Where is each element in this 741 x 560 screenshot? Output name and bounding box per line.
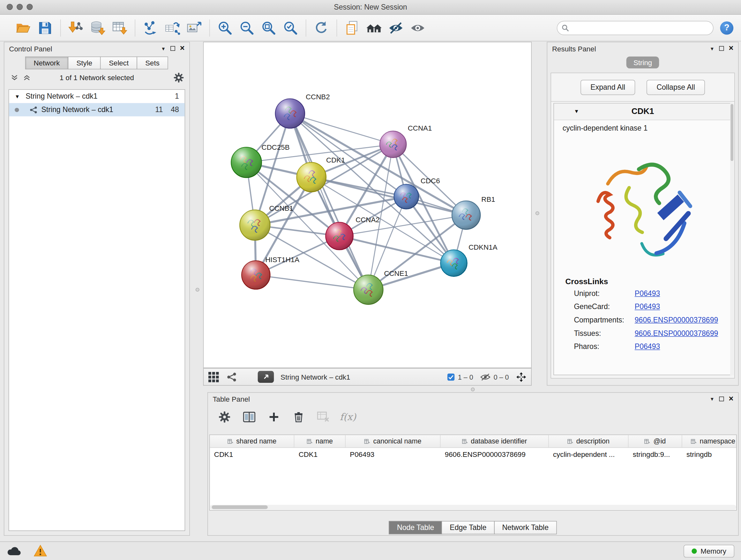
network-row[interactable]: String Network – cdk1 11 48: [9, 103, 185, 117]
zoom-selected-button[interactable]: [280, 17, 301, 38]
save-session-button[interactable]: [34, 17, 56, 38]
import-network-file-button[interactable]: [65, 17, 87, 38]
maximize-panel-icon[interactable]: [719, 396, 724, 401]
expand-all-button[interactable]: Expand All: [581, 80, 635, 95]
tab-node-table[interactable]: Node Table: [389, 521, 442, 535]
horizontal-splitter-handle[interactable]: [471, 388, 475, 391]
column-type-icon: [567, 438, 573, 444]
float-panel-icon[interactable]: ▼: [710, 396, 715, 401]
network-from-table-button[interactable]: [161, 17, 183, 38]
crosslink-link[interactable]: 9606.ENSP00000378699: [635, 329, 718, 338]
close-panel-icon[interactable]: ×: [729, 396, 733, 401]
network-edge[interactable]: [256, 275, 368, 290]
network-node-cdc6[interactable]: [394, 184, 419, 209]
node-label-cdc6: CDC6: [421, 177, 440, 185]
tab-string[interactable]: String: [626, 57, 659, 68]
export-image-button[interactable]: [183, 17, 205, 38]
search-icon: [562, 24, 569, 32]
network-node-ccna1[interactable]: [380, 131, 406, 158]
tab-network-table[interactable]: Network Table: [494, 521, 556, 535]
vertical-splitter-handle[interactable]: [536, 211, 539, 215]
help-button[interactable]: ?: [720, 21, 734, 35]
function-builder-button[interactable]: f(x): [342, 411, 354, 423]
maximize-panel-icon[interactable]: [171, 46, 175, 51]
table-panel-title: Table Panel: [212, 395, 250, 403]
results-scrollbar[interactable]: [730, 103, 734, 375]
clone-network-button[interactable]: [139, 17, 161, 38]
network-node-ccna2[interactable]: [326, 222, 353, 250]
network-options-gear-icon[interactable]: [174, 73, 184, 83]
crosslink-link[interactable]: P06493: [635, 303, 660, 311]
close-panel-icon[interactable]: ×: [729, 46, 733, 51]
apply-layout-button[interactable]: [311, 17, 332, 38]
cell-database-identifier: 9606.ENSP00000378699: [441, 450, 549, 458]
tab-network[interactable]: Network: [25, 57, 68, 69]
tab-select[interactable]: Select: [100, 57, 137, 69]
network-node-ccnb1[interactable]: [240, 210, 270, 240]
search-input[interactable]: [557, 21, 714, 35]
open-session-button[interactable]: [12, 17, 34, 38]
column-header[interactable]: name: [294, 435, 346, 448]
birdseye-grid-icon[interactable]: [208, 372, 219, 382]
collapse-triangle-icon[interactable]: ▼: [15, 94, 20, 99]
vertical-splitter-handle[interactable]: [196, 288, 199, 292]
delete-column-button[interactable]: [292, 411, 305, 423]
zoom-out-button[interactable]: [236, 17, 258, 38]
tab-sets[interactable]: Sets: [137, 57, 168, 69]
network-node-cdkn1a[interactable]: [441, 250, 467, 276]
network-node-ccne1[interactable]: [354, 275, 383, 304]
move-crosshair-icon[interactable]: [516, 372, 527, 382]
column-header[interactable]: description: [549, 435, 629, 448]
zoom-fit-button[interactable]: [258, 17, 280, 38]
node-label-rb1: RB1: [481, 195, 495, 203]
table-row[interactable]: CDK1 CDK1 P06493 9606.ENSP00000378699 cy…: [210, 448, 736, 460]
tab-edge-table[interactable]: Edge Table: [442, 521, 495, 535]
float-panel-icon[interactable]: ▼: [710, 46, 715, 51]
import-table-file-button[interactable]: [109, 17, 131, 38]
table-horizontal-scrollbar[interactable]: [210, 505, 736, 509]
eye-icon: [410, 20, 426, 36]
delete-table-button-disabled[interactable]: [317, 411, 330, 423]
memory-button[interactable]: Memory: [684, 544, 734, 557]
table-options-button[interactable]: [218, 411, 231, 423]
zoom-in-icon: [217, 20, 233, 36]
cloud-icon[interactable]: [7, 545, 21, 557]
column-header[interactable]: @id: [628, 435, 682, 448]
crosslink-link[interactable]: P06493: [635, 342, 660, 351]
help-label: ?: [724, 23, 729, 33]
network-canvas[interactable]: CCNB2CCNA1CDC25BCDK1CDC6RB1CCNB1CCNA2CDK…: [203, 42, 532, 368]
column-header[interactable]: namespace: [682, 435, 737, 448]
detach-view-button[interactable]: [258, 371, 274, 383]
network-edge[interactable]: [290, 114, 368, 290]
network-share-icon[interactable]: [226, 372, 237, 382]
show-all-button[interactable]: [407, 17, 428, 38]
tab-style[interactable]: Style: [68, 57, 101, 69]
network-node-hist1h1a[interactable]: [242, 261, 270, 289]
network-collection-row[interactable]: ▼ String Network – cdk1 1: [9, 90, 185, 103]
create-column-button[interactable]: [268, 411, 280, 423]
crosslinks-title: CrossLinks: [554, 273, 731, 287]
hidden-eye-slash-icon[interactable]: [480, 373, 490, 381]
network-edge[interactable]: [290, 114, 393, 145]
network-node-cdk1[interactable]: [297, 163, 326, 192]
warning-icon[interactable]: [33, 545, 48, 557]
network-node-rb1[interactable]: [452, 201, 480, 229]
selected-checkbox-icon[interactable]: [447, 373, 455, 381]
copy-annotations-button[interactable]: [341, 17, 363, 38]
close-panel-icon[interactable]: ×: [180, 46, 185, 51]
import-network-database-button[interactable]: [87, 17, 109, 38]
control-panel-title: Control Panel: [9, 44, 52, 52]
network-from-table-icon: [164, 20, 181, 36]
crosslink-link[interactable]: 9606.ENSP00000378699: [635, 316, 718, 324]
maximize-panel-icon[interactable]: [719, 46, 724, 51]
show-columns-button[interactable]: [243, 411, 256, 423]
zoom-in-button[interactable]: [214, 17, 236, 38]
collapse-all-button[interactable]: Collapse All: [647, 80, 705, 95]
float-panel-icon[interactable]: ▼: [161, 46, 165, 51]
string-home-button[interactable]: [363, 17, 385, 38]
crosslink-link[interactable]: P06493: [635, 289, 660, 298]
column-header[interactable]: shared name: [210, 435, 294, 448]
column-header[interactable]: canonical name: [346, 435, 441, 448]
column-header[interactable]: database identifier: [441, 435, 549, 448]
hide-unhide-button[interactable]: [385, 17, 407, 38]
